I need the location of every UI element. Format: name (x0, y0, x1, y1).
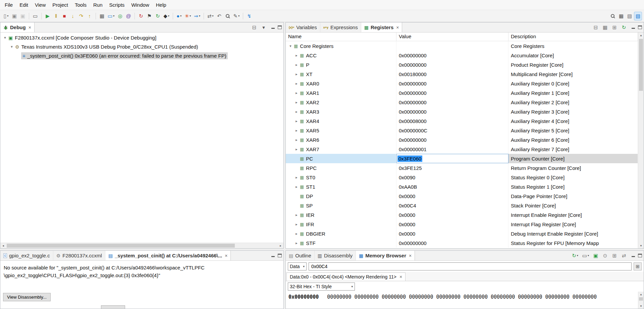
register-row-P[interactable]: ▸▦P0x00000000Product Register [Core] (286, 60, 638, 69)
register-value-cell[interactable]: 0x00000000 (396, 107, 508, 116)
expand-icon[interactable]: ▸ (294, 81, 299, 86)
step-over-icon[interactable]: ↷ (77, 12, 85, 20)
maximize-icon[interactable] (638, 254, 642, 257)
partial-button[interactable] (101, 305, 125, 309)
refresh-icon[interactable]: ↻ (620, 23, 628, 32)
search-icon[interactable] (224, 12, 232, 20)
expand-icon[interactable]: ▸ (294, 110, 299, 114)
dropdown-caret-icon[interactable]: ▾ (190, 14, 191, 17)
open-perspective-icon[interactable]: ▦ (617, 12, 625, 20)
register-value-cell[interactable]: 0x00000000 (396, 98, 508, 107)
ccs-edit-perspective-icon[interactable]: ▧ (626, 12, 634, 20)
save-all-icon[interactable]: ▣ (19, 12, 27, 20)
register-value-cell[interactable]: 0x00C4 (396, 201, 508, 210)
dropdown-caret-icon[interactable]: ▾ (577, 254, 578, 257)
dropdown-caret-icon[interactable]: ▾ (7, 14, 8, 17)
debug-node-target-config[interactable]: ▾ ▣ F2800137x.ccxml [Code Composer Studi… (0, 33, 283, 42)
register-value-cell[interactable]: 0x0000 (396, 220, 508, 229)
menu-view[interactable]: View (32, 1, 49, 9)
trace-icon[interactable]: ⇄▾ (206, 12, 215, 20)
close-icon[interactable]: × (29, 25, 31, 30)
menu-window[interactable]: Window (128, 1, 152, 9)
go-button[interactable]: ⊞ (634, 262, 642, 270)
scroll-up-icon[interactable]: ▴ (638, 292, 644, 297)
register-row-DBGIER[interactable]: ▸▦DBGIER0x0000Debug Interrupt Enable Reg… (286, 229, 638, 238)
tab-expressions[interactable]: x+y Expressions (320, 22, 361, 32)
menu-scripts[interactable]: Scripts (106, 1, 128, 9)
register-value-cell[interactable]: 0x3FE125 (396, 163, 508, 173)
tab-debug[interactable]: Debug × (0, 22, 35, 32)
register-value-cell[interactable]: 0x00000000 (396, 238, 508, 248)
register-row-XAR2[interactable]: ▸▦XAR20x00000000Auxiliary Register 2 [Co… (286, 98, 638, 107)
maximize-icon[interactable] (638, 25, 642, 29)
memory-row[interactable]: 0x00000000 00000000 00000000 00000000 00… (286, 292, 638, 309)
register-value-cell[interactable]: 0x00000000 (396, 135, 508, 144)
maximize-icon[interactable] (278, 254, 282, 257)
expand-icon[interactable]: ▸ (294, 175, 299, 180)
debug-node-probe[interactable]: ▾ ⚙ Texas Instruments XDS100v3 USB Debug… (0, 42, 283, 51)
tab-system-post-cinit[interactable]: ▤ _system_post_cinit() at C:/Users/a0492… (105, 251, 231, 260)
hscroll-thumb[interactable] (7, 244, 235, 248)
register-row-PC[interactable]: ▦PC0x3FE060Program Counter [Core] (286, 154, 638, 163)
register-value-cell[interactable]: 0x00180000 (396, 69, 508, 79)
register-value-cell[interactable]: 0x0000 (396, 191, 508, 201)
breakpoint-icon[interactable]: ●▾ (175, 12, 183, 20)
resume-icon[interactable]: ▶ (44, 12, 52, 20)
horizontal-scrollbar[interactable]: ◂ ▸ (0, 243, 283, 248)
highlight-icon[interactable]: ✳▾ (183, 12, 193, 20)
expand-icon[interactable]: ▸ (294, 241, 299, 245)
register-row-XAR5[interactable]: ▸▦XAR50x0000000CAuxiliary Register 5 [Co… (286, 126, 638, 135)
pin-icon[interactable]: ⊙ (601, 251, 609, 260)
dropdown-caret-icon[interactable]: ▾ (180, 14, 181, 17)
selected-stack-frame[interactable]: ≡ _system_post_cinit() 0x3FE060 (an erro… (21, 52, 228, 59)
vertical-scrollbar[interactable]: ▴ ▾ (638, 33, 644, 248)
connect-icon[interactable]: ↯ (245, 12, 253, 20)
menu-file[interactable]: File (1, 1, 16, 9)
register-value-cell[interactable]: 0x00000001 (396, 144, 508, 154)
vertical-scrollbar[interactable]: ▴ ▾ (638, 292, 644, 309)
scroll-left-icon[interactable]: ◂ (0, 243, 6, 248)
target-icon[interactable]: ◎ (116, 12, 124, 20)
close-icon[interactable]: × (225, 253, 227, 258)
register-value-cell[interactable]: 0x0090 (396, 173, 508, 182)
dropdown-caret-icon[interactable]: ▾ (199, 14, 200, 17)
vscroll-thumb[interactable] (639, 297, 643, 301)
register-value-edit[interactable]: 0x3FE060 (397, 156, 422, 162)
register-row-XAR7[interactable]: ▸▦XAR70x00000001Auxiliary Register 7 [Co… (286, 144, 638, 154)
tab-registers[interactable]: ▦ Registers × (361, 22, 402, 32)
new-register-view-icon[interactable]: ⊞ (610, 23, 619, 32)
new-tab-icon[interactable]: ⊞ (610, 251, 619, 260)
vscroll-track[interactable] (638, 38, 644, 243)
tab-gpio-ex2-toggle-c[interactable]: c gpio_ex2_toggle.c (0, 251, 53, 260)
scroll-down-icon[interactable]: ▾ (638, 243, 644, 248)
remove-all-icon[interactable]: ⊟ (250, 23, 258, 32)
menu-edit[interactable]: Edit (16, 1, 32, 9)
minimize-icon[interactable] (271, 254, 275, 258)
expand-icon[interactable]: ▸ (294, 119, 299, 123)
edit-icon[interactable]: ✎▾ (232, 12, 241, 20)
tab-variables[interactable]: (x)= Variables (286, 22, 320, 32)
minimize-icon[interactable] (271, 25, 275, 29)
memory-scope-select[interactable]: Data ▾ (288, 262, 307, 270)
expand-icon[interactable]: ▸ (294, 63, 299, 67)
expand-icon[interactable]: ▸ (294, 138, 299, 142)
tab-disassembly[interactable]: ▥ Disassembly (315, 251, 356, 260)
register-value-cell[interactable]: 0x3FE060 (396, 154, 508, 163)
screen-capture-icon[interactable]: ▭▾ (106, 12, 116, 20)
flag-icon[interactable]: ⚑ (145, 12, 153, 20)
register-value-cell[interactable]: 0x00000000 (396, 60, 508, 69)
tab-memory-browser[interactable]: ▦ Memory Browser × (356, 251, 415, 260)
vscroll-track[interactable] (638, 297, 644, 303)
restart-icon[interactable]: ↻ (154, 12, 162, 20)
register-row-STF[interactable]: ▸▦STF0x00000000Status Register for FPU [… (286, 238, 638, 248)
collapse-all-icon[interactable]: ⊟ (592, 23, 600, 32)
expand-icon[interactable]: ▸ (294, 128, 299, 133)
collapse-icon[interactable]: ▾ (2, 36, 8, 40)
ccs-debug-perspective-icon[interactable]: ▧ (634, 12, 642, 20)
step-return-icon[interactable]: ↑ (86, 12, 94, 20)
menu-tools[interactable]: Tools (71, 1, 90, 9)
screen-icon[interactable]: ▭▾ (581, 251, 590, 260)
close-icon[interactable]: × (396, 25, 399, 30)
maximize-icon[interactable] (278, 25, 282, 29)
menu-help[interactable]: Help (153, 1, 170, 9)
